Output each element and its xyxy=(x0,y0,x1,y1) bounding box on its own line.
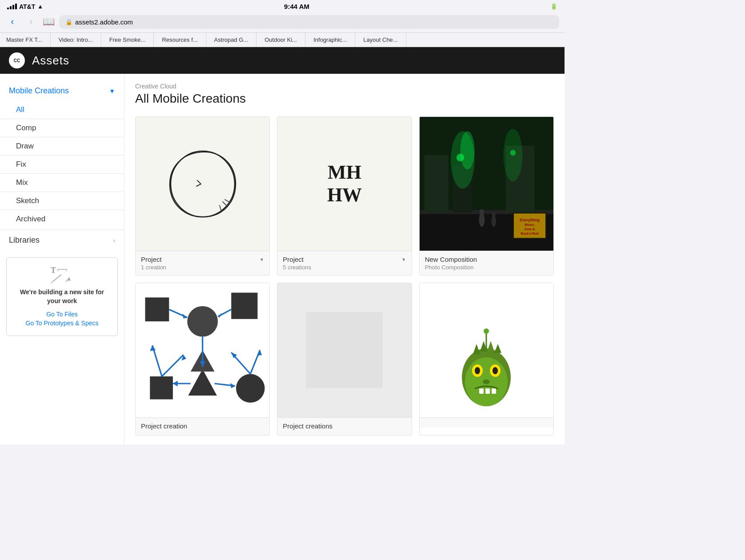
creation-card-4[interactable]: Project creation xyxy=(135,283,270,435)
sidebar-section-title: Mobile Creations xyxy=(9,86,69,96)
svg-marker-68 xyxy=(487,341,494,352)
card-info-3: New Composition Photo Composition xyxy=(420,251,553,275)
bookmark-7[interactable]: Infographic... xyxy=(305,33,355,47)
bookmark-2[interactable]: Video: Intro... xyxy=(51,33,101,47)
url-bar[interactable]: 🔒 assets2.adobe.com xyxy=(59,15,559,29)
browser-chrome: ‹ › 📖 🔒 assets2.adobe.com xyxy=(0,12,565,32)
main-layout: Mobile Creations ▼ All Comp Draw Fix Mix… xyxy=(0,74,565,444)
signal-bar-1 xyxy=(7,8,9,9)
promo-icons: T xyxy=(14,265,110,284)
character-svg xyxy=(451,320,522,417)
svg-rect-72 xyxy=(479,388,484,394)
svg-line-6 xyxy=(52,275,61,282)
bookmark-3[interactable]: Free Smoke... xyxy=(101,33,154,47)
bookmarks-bar: Master FX T... Video: Intro... Free Smok… xyxy=(0,32,565,47)
creations-grid: Project ▼ 1 creation MHHW Project ▼ 5 cr… xyxy=(135,116,554,436)
creation-card-6[interactable] xyxy=(419,283,554,435)
sidebar-item-comp[interactable]: Comp xyxy=(0,119,124,137)
creation-card-3[interactable]: Everything Blues, Soul & Rock'n'Roll xyxy=(419,116,554,276)
bookmark-4[interactable]: Resources f... xyxy=(154,33,206,47)
chevron-right-icon: › xyxy=(113,237,115,244)
svg-rect-33 xyxy=(231,293,257,319)
card-thumbnail-1 xyxy=(136,117,269,251)
card-thumbnail-6 xyxy=(420,283,553,417)
blank-svg xyxy=(277,283,411,417)
svg-point-63 xyxy=(475,367,480,374)
svg-point-17 xyxy=(460,131,474,169)
svg-point-71 xyxy=(484,328,489,334)
svg-text:Blues,: Blues, xyxy=(525,223,535,227)
status-time: 9:44 AM xyxy=(284,3,309,10)
creation-card-5[interactable]: Project creations xyxy=(277,283,412,435)
bookmark-6[interactable]: Outdoor Ki... xyxy=(256,33,305,47)
svg-text:Rock'n'Roll: Rock'n'Roll xyxy=(521,232,539,236)
svg-rect-32 xyxy=(145,298,169,322)
svg-point-30 xyxy=(492,212,496,216)
card-title-5: Project creations xyxy=(283,422,332,430)
creation-card-2[interactable]: MHHW Project ▼ 5 creations xyxy=(277,116,412,276)
sidebar-item-all[interactable]: All xyxy=(0,101,124,119)
card-thumbnail-3: Everything Blues, Soul & Rock'n'Roll xyxy=(420,117,553,251)
sidebar-item-draw[interactable]: Draw xyxy=(0,137,124,156)
creation-card-1[interactable]: Project ▼ 1 creation xyxy=(135,116,270,276)
bookmark-5[interactable]: Astropad G... xyxy=(206,33,257,47)
svg-point-37 xyxy=(236,374,265,403)
status-left: AT&T ▲ xyxy=(7,3,43,10)
sidebar-item-fix[interactable]: Fix xyxy=(0,156,124,174)
adobe-logo: CC xyxy=(9,52,25,68)
svg-marker-8 xyxy=(66,277,70,282)
svg-text:Everything: Everything xyxy=(520,218,539,222)
card-title-3: New Composition xyxy=(425,256,477,263)
sidebar-promo: T We're building a new site for your wor… xyxy=(6,257,118,336)
card-subtitle-1: 1 creation xyxy=(141,264,264,271)
svg-point-65 xyxy=(483,380,490,384)
wifi-icon: ▲ xyxy=(37,3,43,10)
sidebar-libraries[interactable]: Libraries › xyxy=(0,230,124,250)
sidebar-item-archived[interactable]: Archived xyxy=(0,210,124,228)
chevron-down-icon: ▼ xyxy=(109,88,115,95)
photo-thumb: Everything Blues, Soul & Rock'n'Roll xyxy=(420,117,553,251)
page-app-title: Assets xyxy=(32,54,69,68)
signal-bars xyxy=(7,4,17,9)
card-subtitle-3: Photo Composition xyxy=(425,264,548,271)
back-button[interactable]: ‹ xyxy=(5,15,20,29)
carrier-label: AT&T xyxy=(19,3,35,10)
svg-marker-69 xyxy=(494,344,501,353)
card-info-1: Project ▼ 1 creation xyxy=(136,251,269,275)
bookmark-8[interactable]: Layout Che... xyxy=(355,33,406,47)
signal-bar-3 xyxy=(12,5,14,9)
url-text: assets2.adobe.com xyxy=(75,18,133,26)
card-dropdown-2[interactable]: ▼ xyxy=(401,257,406,262)
forward-button[interactable]: › xyxy=(24,15,38,29)
card-thumbnail-4 xyxy=(136,283,269,417)
card-title-row-3: New Composition xyxy=(425,256,548,263)
promo-illustration: T xyxy=(50,265,75,284)
card-title-4: Project creation xyxy=(141,422,187,430)
sidebar-item-mix[interactable]: Mix xyxy=(0,174,124,192)
svg-point-9 xyxy=(171,151,235,217)
signal-bar-4 xyxy=(15,4,17,9)
photo-svg: Everything Blues, Soul & Rock'n'Roll xyxy=(420,117,553,251)
breadcrumb: Creative Cloud xyxy=(135,83,554,90)
signal-bar-2 xyxy=(10,6,12,9)
card-dropdown-1[interactable]: ▼ xyxy=(259,257,264,262)
card-title-row-5: Project creations xyxy=(283,422,406,430)
card-info-2: Project ▼ 5 creations xyxy=(277,251,411,275)
svg-text:Soul &: Soul & xyxy=(524,227,535,231)
mobile-creations-header[interactable]: Mobile Creations ▼ xyxy=(0,83,124,99)
sketch-circle-svg xyxy=(158,140,247,228)
go-to-files-link[interactable]: Go To Files xyxy=(14,311,110,318)
bookmark-1[interactable]: Master FX T... xyxy=(0,33,51,47)
go-to-prototypes-link[interactable]: Go To Prototypes & Specs xyxy=(14,320,110,327)
status-bar: AT&T ▲ 9:44 AM 🔋 xyxy=(0,0,565,12)
sidebar-nav: All Comp Draw Fix Mix Sketch Archived xyxy=(0,99,124,230)
adobe-header: CC Assets xyxy=(0,47,565,74)
sidebar-item-sketch[interactable]: Sketch xyxy=(0,192,124,210)
card-thumbnail-5 xyxy=(277,283,411,417)
battery-area: 🔋 xyxy=(550,3,557,10)
card-title-1: Project xyxy=(141,256,162,263)
mh-hw-text: MHHW xyxy=(327,161,362,206)
svg-marker-66 xyxy=(473,344,480,354)
svg-rect-13 xyxy=(424,155,448,212)
bookmarks-button[interactable]: 📖 xyxy=(43,16,55,28)
